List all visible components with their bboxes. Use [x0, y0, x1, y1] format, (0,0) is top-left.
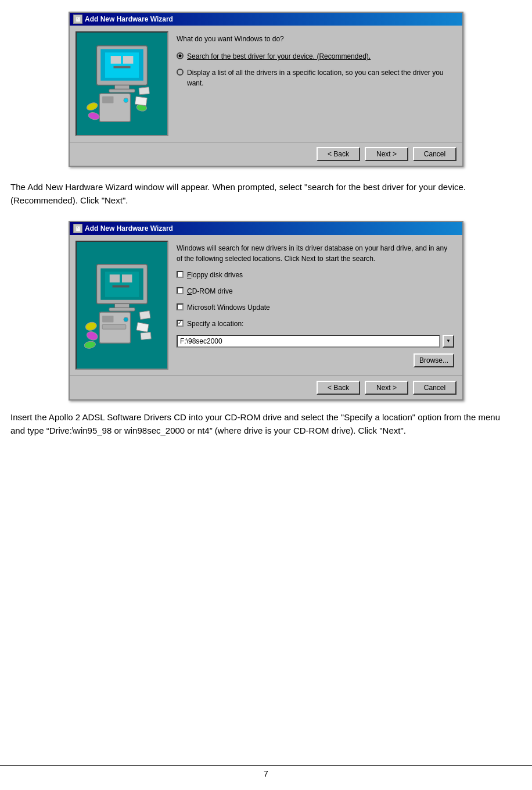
svg-rect-23: [109, 308, 135, 311]
dialog2-title-text: Add New Hardware Wizard: [85, 224, 173, 233]
dialog1-buttons: < Back Next > Cancel: [70, 142, 462, 166]
dialog2-image: [76, 241, 168, 370]
dialog2: 🖥 Add New Hardware Wizard: [69, 221, 463, 401]
dialog2-back-button[interactable]: < Back: [317, 381, 360, 395]
svg-rect-27: [102, 324, 126, 329]
dialog1-title-icon: 🖥: [73, 15, 82, 24]
dialog2-chk1-label: Floppy disk drives: [187, 270, 243, 280]
dialog1-radio1[interactable]: [177, 52, 184, 59]
page-number: 7: [264, 769, 268, 778]
dialog1-title-area: 🖥 Add New Hardware Wizard: [73, 15, 173, 24]
dialog1-next-button[interactable]: Next >: [365, 147, 408, 161]
dialog1-radio2-option: Display a list of all the drivers in a s…: [177, 67, 454, 88]
svg-point-30: [84, 341, 96, 349]
dialog2-buttons: < Back Next > Cancel: [70, 376, 462, 399]
dialog2-chk4-label: Specify a location:: [187, 319, 243, 329]
svg-rect-4: [123, 56, 133, 64]
browse-button[interactable]: Browse...: [414, 353, 454, 367]
dropdown-arrow-icon[interactable]: ▼: [443, 335, 454, 348]
description-text-1: The Add New Hardware Wizard window will …: [10, 181, 510, 207]
svg-rect-19: [110, 274, 120, 283]
svg-rect-5: [113, 66, 130, 69]
svg-rect-32: [136, 323, 149, 333]
dialog2-titlebar: 🖥 Add New Hardware Wizard: [70, 222, 462, 235]
svg-rect-31: [139, 311, 150, 320]
dialog2-chk1[interactable]: [177, 271, 184, 278]
dialog1-content: What do you want Windows to do? Search f…: [70, 26, 462, 142]
svg-point-29: [85, 330, 99, 341]
dialog1: 🖥 Add New Hardware Wizard: [69, 12, 463, 167]
computer-illustration-2: [84, 262, 160, 349]
dialog2-chk3-option: Microsoft Windows Update: [177, 302, 454, 313]
computer-illustration-1: [84, 40, 160, 127]
dialog2-chk3-label: Microsoft Windows Update: [187, 302, 270, 313]
dialog2-chk2-option: CD-ROM drive: [177, 286, 454, 296]
dialog1-image: [76, 31, 168, 136]
dialog2-title-area: 🖥 Add New Hardware Wizard: [73, 224, 173, 233]
dialog2-text-area: Windows will search for new drivers in i…: [174, 241, 456, 370]
dialog1-radio2[interactable]: [177, 69, 184, 76]
svg-point-26: [124, 317, 128, 322]
dialog2-next-button[interactable]: Next >: [365, 381, 408, 395]
svg-rect-20: [122, 274, 132, 283]
svg-point-28: [85, 321, 98, 331]
dialog2-chk4-option: Specify a location:: [177, 319, 454, 329]
dialog2-chk2-label: CD-ROM drive: [187, 286, 233, 296]
dialog2-title-icon: 🖥: [73, 224, 82, 233]
dialog1-cancel-button[interactable]: Cancel: [413, 147, 456, 161]
svg-point-12: [88, 112, 100, 121]
dialog2-cancel-button[interactable]: Cancel: [413, 381, 456, 395]
svg-rect-33: [141, 332, 151, 339]
svg-rect-21: [113, 285, 130, 288]
dialog2-chk2[interactable]: [177, 287, 184, 294]
dialog2-content: Windows will search for new drivers in i…: [70, 235, 462, 376]
dialog1-titlebar: 🖥 Add New Hardware Wizard: [70, 13, 462, 26]
dialog1-question: What do you want Windows to do?: [177, 34, 454, 44]
dialog2-location-row: ▼: [177, 335, 454, 348]
svg-point-10: [124, 98, 128, 103]
dialog1-radio1-label: Search for the best driver for your devi…: [187, 51, 371, 62]
svg-rect-14: [139, 87, 149, 95]
dialog1-back-button[interactable]: < Back: [317, 147, 360, 161]
description-text-2: Insert the Apollo 2 ADSL Software Driver…: [10, 411, 510, 437]
dialog1-radio1-option: Search for the best driver for your devi…: [177, 51, 454, 62]
dialog1-radio2-label: Display a list of all the drivers in a s…: [187, 67, 454, 88]
dialog1-title-text: Add New Hardware Wizard: [85, 15, 173, 23]
svg-point-11: [86, 101, 99, 112]
dialog2-chk3[interactable]: [177, 303, 184, 310]
svg-rect-15: [135, 96, 147, 106]
svg-rect-7: [109, 89, 135, 92]
dialog1-text-area: What do you want Windows to do? Search f…: [174, 31, 456, 136]
page-footer: 7: [0, 765, 532, 778]
dialog2-location-input[interactable]: [177, 335, 440, 348]
dialog2-chk1-option: Floppy disk drives: [177, 270, 454, 280]
dialog2-description: Windows will search for new drivers in i…: [177, 243, 454, 264]
svg-rect-9: [102, 96, 113, 103]
svg-rect-2: [105, 52, 139, 78]
svg-rect-3: [111, 56, 121, 64]
svg-rect-25: [102, 316, 113, 323]
dialog2-chk4[interactable]: [177, 320, 184, 327]
